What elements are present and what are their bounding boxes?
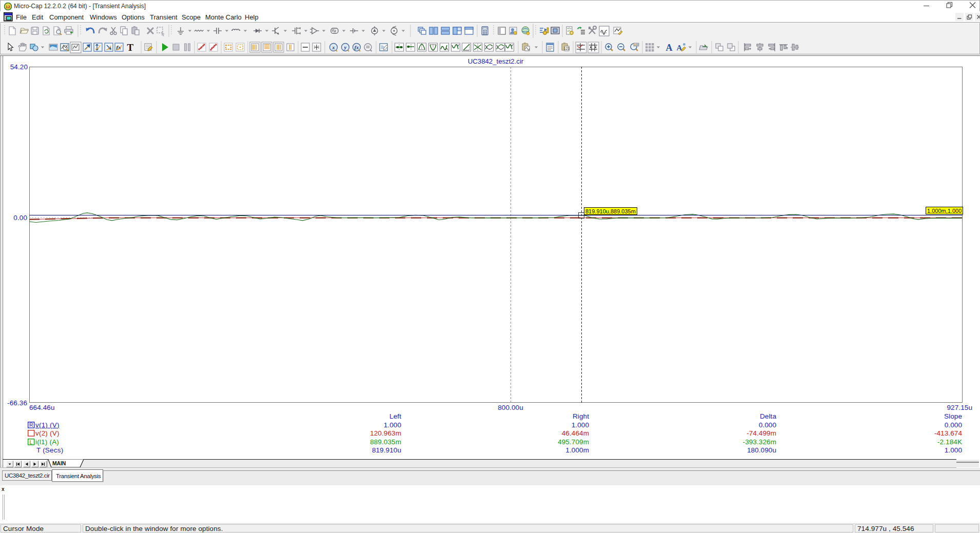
svg-text:x: x [332, 45, 335, 50]
svg-text:T: T [127, 42, 134, 53]
svg-text:123: 123 [564, 47, 570, 50]
svg-text:y: y [344, 45, 347, 50]
svg-text:100: 100 [634, 43, 638, 46]
svg-text:L: L [29, 439, 32, 445]
svg-text:R: R [29, 422, 33, 428]
svg-text:A: A [666, 43, 673, 53]
svg-text:fx: fx [355, 45, 359, 50]
